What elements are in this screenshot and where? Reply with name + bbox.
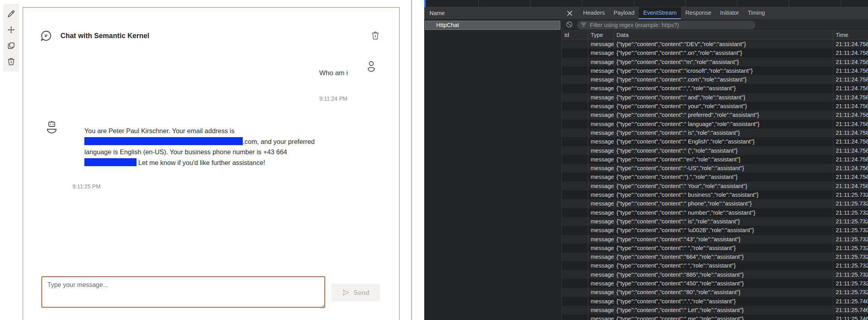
event-row[interactable]: message{"type":"content","content":" ","…	[562, 244, 868, 252]
event-row[interactable]: message{"type":"content","content":"450"…	[562, 279, 868, 288]
event-row[interactable]: message{"type":"content","content":"icro…	[562, 66, 868, 75]
event-row[interactable]: message{"type":"content","content":" ","…	[562, 261, 868, 270]
event-row[interactable]: message{"type":"content","content":" num…	[562, 208, 868, 217]
tab-headers[interactable]: Headers	[579, 7, 609, 19]
event-data-cell: {"type":"content","content":" (","role":…	[614, 146, 833, 155]
event-row[interactable]: message{"type":"content","content":" (",…	[562, 146, 868, 155]
event-row[interactable]: message{"type":"content","content":" Let…	[562, 306, 868, 314]
event-id-cell	[562, 199, 588, 208]
event-data-cell: {"type":"content","content":"icrosoft","…	[614, 66, 833, 75]
tab-eventstream[interactable]: EventStream	[639, 7, 681, 19]
event-data-cell: {"type":"content","content":").","role":…	[614, 173, 833, 181]
close-detail-button[interactable]	[562, 7, 577, 19]
eventstream-rows: message{"type":"content","content":"DEV"…	[562, 40, 868, 320]
assistant-message: You are Peter Paul Kirschner. Your email…	[84, 126, 323, 168]
event-row[interactable]: message{"type":"content","content":"-US"…	[562, 164, 868, 173]
event-row[interactable]: message{"type":"content","content":" pre…	[562, 111, 868, 119]
event-row[interactable]: message{"type":"content","content":".com…	[562, 75, 868, 84]
event-time-cell: 21:11:24.758	[833, 182, 868, 190]
event-id-cell	[562, 146, 588, 155]
event-type-cell: message	[588, 208, 614, 217]
event-type-cell: message	[588, 137, 614, 146]
move-button[interactable]	[6, 25, 16, 35]
event-type-cell: message	[588, 120, 614, 128]
event-type-cell: message	[588, 173, 614, 181]
event-row[interactable]: message{"type":"content","content":" me"…	[562, 314, 868, 320]
send-icon	[342, 289, 350, 297]
event-data-cell: {"type":"content","content":" and","role…	[614, 93, 833, 102]
filter-input[interactable]	[590, 22, 751, 28]
detail-tabbar: HeadersPayloadEventStreamResponseInitiat…	[562, 7, 868, 19]
event-id-cell	[562, 155, 588, 164]
event-data-cell: {"type":"content","content":"885","role"…	[614, 270, 833, 279]
event-row[interactable]: message{"type":"content","content":" and…	[562, 93, 868, 102]
event-row[interactable]: message{"type":"content","content":"80",…	[562, 288, 868, 297]
event-type-cell: message	[588, 297, 614, 306]
event-id-cell	[562, 120, 588, 128]
event-id-cell	[562, 208, 588, 217]
close-icon	[567, 10, 573, 16]
event-row[interactable]: message{"type":"content","content":"885"…	[562, 270, 868, 279]
event-time-cell: 21:11:25.746	[833, 314, 868, 320]
copy-button[interactable]	[6, 41, 16, 51]
send-button[interactable]: Send	[332, 283, 380, 302]
event-row[interactable]: message{"type":"content","content":").",…	[562, 173, 868, 181]
event-type-cell: message	[588, 128, 614, 137]
event-type-cell: message	[588, 217, 614, 226]
event-type-cell: message	[588, 261, 614, 270]
column-header-data: Data	[614, 31, 833, 39]
event-row[interactable]: message{"type":"content","content":" Eng…	[562, 137, 868, 146]
event-time-cell: 21:11:24.758	[833, 173, 868, 181]
edit-button[interactable]	[6, 9, 16, 19]
redaction-bar-phone	[84, 158, 137, 166]
event-time-cell: 21:11:24.758	[833, 111, 868, 119]
event-row[interactable]: message{"type":"content","content":"664"…	[562, 252, 868, 261]
event-row[interactable]: message{"type":"content","content":".on"…	[562, 48, 868, 57]
event-data-cell: {"type":"content","content":"80","role":…	[614, 288, 833, 297]
event-row[interactable]: message{"type":"content","content":" pho…	[562, 199, 868, 208]
event-data-cell: {"type":"content","content":" ","role":"…	[614, 261, 833, 270]
event-type-cell: message	[588, 288, 614, 297]
tab-timing[interactable]: Timing	[743, 7, 769, 19]
clear-chat-button[interactable]	[370, 30, 381, 41]
event-data-cell: {"type":"content","content":".com","role…	[614, 75, 833, 84]
event-row[interactable]: message{"type":"content","content":" \u0…	[562, 226, 868, 235]
event-data-cell: {"type":"content","content":" ","role":"…	[614, 244, 833, 252]
event-row[interactable]: message{"type":"content","content":" bus…	[562, 190, 868, 199]
trash-icon	[7, 57, 16, 66]
assistant-message-block: You are Peter Paul Kirschner. Your email…	[46, 120, 323, 168]
request-row-httpchat[interactable]: HttpChat	[425, 21, 560, 30]
event-id-cell	[562, 66, 588, 75]
tab-initiator[interactable]: Initiator	[716, 7, 743, 19]
event-time-cell: 21:11:24.758	[833, 93, 868, 102]
event-data-cell: {"type":"content","content":" is","role"…	[614, 217, 833, 226]
tab-response[interactable]: Response	[681, 7, 716, 19]
event-row[interactable]: message{"type":"content","content":" is"…	[562, 217, 868, 226]
event-time-cell: 21:11:25.746	[833, 306, 868, 314]
event-id-cell	[562, 111, 588, 119]
delete-button[interactable]	[6, 56, 16, 67]
assistant-message-time: 9:11:25 PM	[72, 183, 101, 190]
event-row[interactable]: message{"type":"content","content":"43",…	[562, 235, 868, 244]
event-row[interactable]: message{"type":"content","content":"m","…	[562, 58, 868, 66]
column-header-id: Id	[562, 31, 588, 39]
event-row[interactable]: message{"type":"content","content":",","…	[562, 84, 868, 93]
event-row[interactable]: message{"type":"content","content":" you…	[562, 102, 868, 111]
event-row[interactable]: message{"type":"content","content":"en",…	[562, 155, 868, 164]
event-row[interactable]: message{"type":"content","content":"DEV"…	[562, 40, 868, 48]
event-data-cell: {"type":"content","content":" Your","rol…	[614, 182, 833, 190]
event-row[interactable]: message{"type":"content","content":" is"…	[562, 128, 868, 137]
event-data-cell: {"type":"content","content":"-US","role"…	[614, 164, 833, 173]
block-icon[interactable]	[566, 21, 573, 29]
column-header-time: Time	[833, 31, 868, 39]
message-input[interactable]	[41, 276, 325, 308]
event-row[interactable]: message{"type":"content","content":" lan…	[562, 120, 868, 128]
requests-name-column: Name HttpChat	[424, 7, 562, 320]
eventstream-table-header: Id Type Data Time	[562, 31, 868, 40]
event-row[interactable]: message{"type":"content","content":".","…	[562, 297, 868, 306]
name-column-header[interactable]: Name	[424, 7, 562, 19]
event-type-cell: message	[588, 279, 614, 288]
tab-payload[interactable]: Payload	[609, 7, 639, 19]
event-row[interactable]: message{"type":"content","content":" You…	[562, 182, 868, 190]
event-type-cell: message	[588, 244, 614, 252]
